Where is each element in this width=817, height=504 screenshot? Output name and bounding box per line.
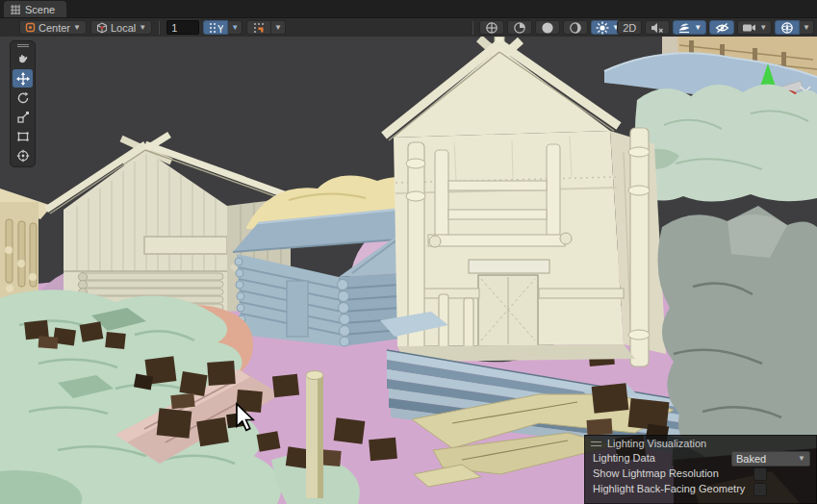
highlight-backfacing-label: Highlight Back-Facing Geometry — [593, 483, 745, 494]
hand-tool-icon — [16, 53, 30, 66]
unity-scene-view: { "window": { "tab_label": "Scene" }, "t… — [0, 0, 817, 504]
hidden-objects-button[interactable] — [709, 20, 734, 35]
lighting-data-label: Lighting Data — [593, 452, 655, 464]
rocks-pale-green[interactable] — [635, 84, 817, 201]
grid-visibility-button[interactable]: Y — [203, 20, 228, 35]
circle-filled-icon — [541, 21, 554, 35]
cube-icon — [96, 22, 108, 34]
grid-visibility-dropdown[interactable]: ▼ — [228, 20, 243, 35]
draw-mode-shaded-wireframe-button[interactable] — [507, 20, 532, 35]
svg-text:Y: Y — [217, 24, 223, 34]
show-lightmap-resolution-row: Show Lightmap Resolution — [585, 466, 816, 481]
gizmo-sphere-icon — [780, 21, 794, 35]
transform-tool-icon — [16, 149, 30, 163]
lighting-data-value: Baked — [736, 453, 766, 465]
camera-icon — [742, 22, 756, 33]
tab-label: Scene — [25, 4, 55, 15]
grid-y-icon: Y — [209, 22, 223, 34]
highlight-backfacing-checkbox[interactable] — [753, 483, 767, 496]
move-tool-icon — [16, 72, 30, 86]
highlight-backfacing-row: Highlight Back-Facing Geometry — [585, 481, 816, 496]
draw-mode-overdraw-button[interactable] — [563, 20, 588, 35]
orientation-mode-button[interactable]: Local ▼ — [90, 20, 152, 35]
move-tool-button[interactable] — [13, 69, 33, 88]
rotate-tool-icon — [16, 91, 30, 105]
rect-tool-icon — [16, 130, 30, 143]
pivot-mode-label: Center — [38, 22, 70, 34]
pivot-icon — [25, 22, 36, 33]
dropdown-caret-icon: ▼ — [274, 24, 282, 32]
effects-icon — [677, 21, 691, 34]
grid-snap-icon — [253, 22, 266, 34]
dropdown-caret-icon: ▼ — [139, 24, 146, 32]
transform-tool-button[interactable] — [13, 146, 33, 164]
mode-2d-button[interactable]: 2D — [617, 20, 642, 35]
tab-bar: Scene — [0, 0, 817, 18]
view-tool-button[interactable] — [13, 50, 33, 68]
circle-quarter-icon — [513, 21, 526, 35]
effects-button[interactable]: ▼ — [673, 20, 706, 35]
menu-handle-icon[interactable] — [591, 441, 601, 446]
tools-overlay — [10, 40, 36, 167]
rotate-tool-button[interactable] — [13, 88, 33, 107]
show-lightmap-resolution-checkbox[interactable] — [753, 467, 767, 481]
speaker-mute-icon — [651, 22, 664, 34]
camera-settings-button[interactable]: ▼ — [737, 20, 772, 35]
eye-slash-icon — [715, 22, 729, 34]
grid-icon — [11, 5, 20, 14]
circle-crosshair-icon — [485, 21, 498, 35]
circle-crescent-icon — [569, 21, 582, 35]
dropdown-caret-icon: ▼ — [694, 24, 702, 32]
scale-tool-icon — [16, 111, 30, 124]
draw-mode-shaded-button[interactable] — [535, 20, 560, 35]
tab-scene[interactable]: Scene — [4, 1, 66, 17]
scale-tool-button[interactable] — [13, 108, 33, 126]
snap-settings-dropdown[interactable]: ▼ — [271, 20, 286, 35]
audio-mute-button[interactable] — [645, 20, 670, 35]
gizmos-dropdown[interactable]: ▼ — [800, 20, 814, 35]
snap-increment-input[interactable] — [166, 20, 199, 35]
toolbar-separator — [159, 21, 160, 35]
menu-handle-icon[interactable] — [17, 42, 29, 49]
wooden-pole[interactable] — [306, 371, 323, 499]
scene-toolbar: Center ▼ Local ▼ Y ▼ — [0, 18, 817, 38]
panel-title: Lighting Visualization — [607, 438, 706, 449]
dropdown-caret-icon: ▼ — [759, 24, 767, 32]
lighting-data-dropdown[interactable]: Baked ▼ — [731, 451, 810, 466]
orientation-mode-label: Local — [111, 22, 136, 34]
dropdown-caret-icon: ▼ — [798, 455, 805, 463]
toolbar-separator — [472, 21, 473, 35]
sun-icon — [596, 21, 609, 35]
rect-tool-button[interactable] — [13, 127, 33, 145]
dropdown-caret-icon: ▼ — [803, 24, 810, 32]
lighting-visualization-panel: Lighting Visualization Lighting Data Bak… — [584, 435, 817, 504]
mode-2d-label: 2D — [623, 22, 636, 34]
lighting-data-row: Lighting Data Baked ▼ — [585, 450, 816, 466]
draw-mode-wireframe-button[interactable] — [479, 20, 504, 35]
dropdown-caret-icon: ▼ — [73, 24, 81, 32]
snap-settings-button[interactable] — [246, 20, 271, 35]
dropdown-caret-icon: ▼ — [231, 24, 239, 32]
show-lightmap-resolution-label: Show Lightmap Resolution — [593, 467, 719, 479]
gizmos-button[interactable] — [775, 20, 800, 35]
pivot-mode-button[interactable]: Center ▼ — [19, 20, 87, 35]
